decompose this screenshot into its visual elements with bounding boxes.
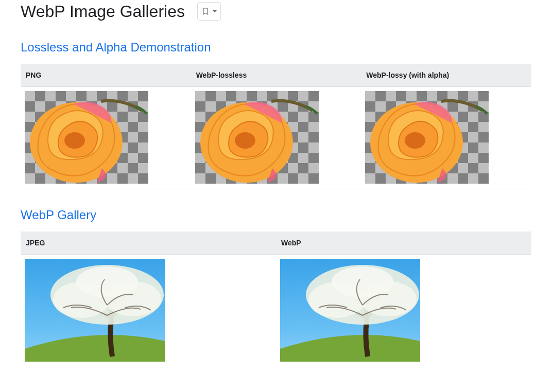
- tree-image-webp[interactable]: [280, 259, 420, 362]
- rose-image-png[interactable]: [25, 91, 148, 184]
- col-header-png: PNG: [21, 64, 191, 87]
- col-header-webp-lossless: WebP-lossless: [191, 64, 361, 87]
- svg-point-3: [235, 132, 255, 149]
- table-row: [21, 87, 531, 189]
- rose-image-webp-lossless[interactable]: [195, 91, 319, 184]
- svg-point-13: [332, 266, 393, 297]
- bookmark-icon: [201, 7, 210, 15]
- table-row: [21, 255, 531, 367]
- col-header-webp: WebP: [276, 231, 531, 255]
- chevron-down-icon: [213, 10, 217, 12]
- rose-image-webp-lossy[interactable]: [365, 91, 489, 184]
- col-header-webp-lossy: WebP-lossy (with alpha): [361, 64, 531, 87]
- svg-point-1: [64, 132, 85, 149]
- svg-point-9: [76, 266, 138, 297]
- svg-point-5: [405, 132, 425, 149]
- page-title: WebP Image Galleries: [21, 1, 185, 22]
- tree-image-jpeg[interactable]: [25, 259, 165, 362]
- bookmark-button[interactable]: [197, 2, 221, 21]
- col-header-jpeg: JPEG: [21, 231, 276, 255]
- lossless-table: PNG WebP-lossless WebP-lossy (with alpha…: [21, 64, 531, 189]
- section-heading-gallery[interactable]: WebP Gallery: [21, 208, 531, 222]
- gallery-table: JPEG WebP: [21, 231, 531, 367]
- section-heading-lossless[interactable]: Lossless and Alpha Demonstration: [21, 40, 531, 55]
